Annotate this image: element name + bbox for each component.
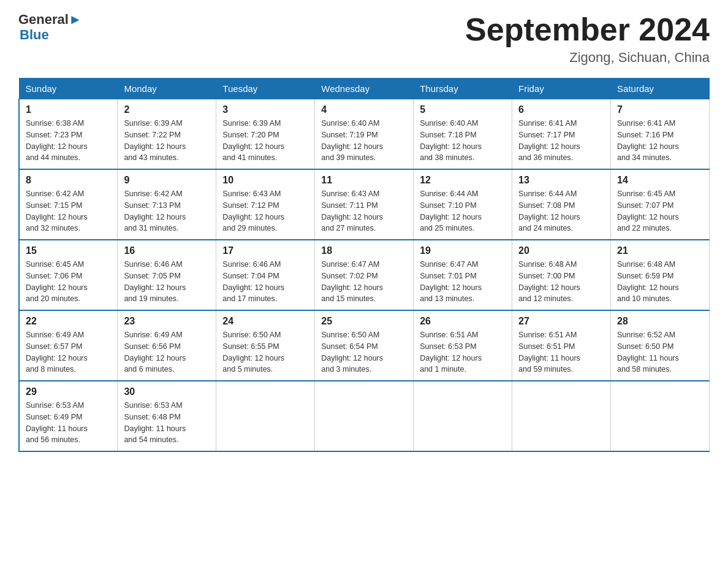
location: Zigong, Sichuan, China	[465, 50, 710, 66]
day-info: Sunrise: 6:44 AMSunset: 7:10 PMDaylight:…	[420, 188, 506, 234]
day-number: 1	[26, 104, 111, 115]
day-number: 14	[617, 175, 703, 186]
table-row	[611, 381, 710, 451]
day-number: 5	[420, 104, 506, 115]
day-number: 18	[321, 245, 407, 256]
day-number: 6	[518, 104, 604, 115]
logo: General► Blue	[18, 12, 82, 43]
month-title: September 2024	[465, 12, 710, 47]
table-row: 19 Sunrise: 6:47 AMSunset: 7:01 PMDaylig…	[414, 240, 512, 310]
day-info: Sunrise: 6:45 AMSunset: 7:06 PMDaylight:…	[26, 259, 111, 305]
day-number: 28	[617, 316, 703, 327]
table-row	[512, 381, 611, 451]
calendar-week-row: 8 Sunrise: 6:42 AMSunset: 7:15 PMDayligh…	[19, 169, 710, 240]
calendar-header-row: Sunday Monday Tuesday Wednesday Thursday…	[19, 79, 710, 99]
day-number: 16	[124, 245, 210, 256]
day-info: Sunrise: 6:48 AMSunset: 6:59 PMDaylight:…	[617, 259, 703, 305]
day-info: Sunrise: 6:38 AMSunset: 7:23 PMDaylight:…	[26, 118, 111, 164]
day-info: Sunrise: 6:53 AMSunset: 6:49 PMDaylight:…	[26, 400, 111, 446]
col-friday: Friday	[512, 79, 611, 99]
title-section: September 2024 Zigong, Sichuan, China	[465, 12, 710, 66]
day-info: Sunrise: 6:53 AMSunset: 6:48 PMDaylight:…	[124, 400, 210, 446]
day-info: Sunrise: 6:43 AMSunset: 7:11 PMDaylight:…	[321, 188, 407, 234]
day-number: 24	[222, 316, 308, 327]
day-info: Sunrise: 6:43 AMSunset: 7:12 PMDaylight:…	[222, 188, 308, 234]
table-row: 18 Sunrise: 6:47 AMSunset: 7:02 PMDaylig…	[315, 240, 414, 310]
day-number: 27	[518, 316, 604, 327]
day-info: Sunrise: 6:40 AMSunset: 7:18 PMDaylight:…	[420, 118, 506, 164]
day-info: Sunrise: 6:45 AMSunset: 7:07 PMDaylight:…	[617, 188, 703, 234]
table-row: 25 Sunrise: 6:50 AMSunset: 6:54 PMDaylig…	[315, 310, 414, 381]
day-info: Sunrise: 6:51 AMSunset: 6:53 PMDaylight:…	[420, 329, 506, 375]
logo-text: General►	[18, 12, 82, 27]
day-number: 11	[321, 175, 407, 186]
day-info: Sunrise: 6:40 AMSunset: 7:19 PMDaylight:…	[321, 118, 407, 164]
day-number: 10	[222, 175, 308, 186]
day-number: 12	[420, 175, 506, 186]
col-sunday: Sunday	[19, 79, 118, 99]
table-row: 14 Sunrise: 6:45 AMSunset: 7:07 PMDaylig…	[611, 169, 710, 240]
col-thursday: Thursday	[414, 79, 512, 99]
day-info: Sunrise: 6:41 AMSunset: 7:17 PMDaylight:…	[518, 118, 604, 164]
day-number: 8	[26, 175, 111, 186]
day-number: 3	[222, 104, 308, 115]
table-row: 3 Sunrise: 6:39 AMSunset: 7:20 PMDayligh…	[216, 99, 315, 170]
table-row: 8 Sunrise: 6:42 AMSunset: 7:15 PMDayligh…	[19, 169, 118, 240]
table-row: 2 Sunrise: 6:39 AMSunset: 7:22 PMDayligh…	[118, 99, 216, 170]
day-number: 17	[222, 245, 308, 256]
day-info: Sunrise: 6:47 AMSunset: 7:02 PMDaylight:…	[321, 259, 407, 305]
day-info: Sunrise: 6:50 AMSunset: 6:54 PMDaylight:…	[321, 329, 407, 375]
day-number: 26	[420, 316, 506, 327]
table-row: 1 Sunrise: 6:38 AMSunset: 7:23 PMDayligh…	[19, 99, 118, 170]
day-number: 19	[420, 245, 506, 256]
day-number: 25	[321, 316, 407, 327]
day-info: Sunrise: 6:50 AMSunset: 6:55 PMDaylight:…	[222, 329, 308, 375]
table-row: 22 Sunrise: 6:49 AMSunset: 6:57 PMDaylig…	[19, 310, 118, 381]
day-info: Sunrise: 6:44 AMSunset: 7:08 PMDaylight:…	[518, 188, 604, 234]
table-row: 23 Sunrise: 6:49 AMSunset: 6:56 PMDaylig…	[118, 310, 216, 381]
day-info: Sunrise: 6:42 AMSunset: 7:15 PMDaylight:…	[26, 188, 111, 234]
day-info: Sunrise: 6:52 AMSunset: 6:50 PMDaylight:…	[617, 329, 703, 375]
day-info: Sunrise: 6:51 AMSunset: 6:51 PMDaylight:…	[518, 329, 604, 375]
table-row: 13 Sunrise: 6:44 AMSunset: 7:08 PMDaylig…	[512, 169, 611, 240]
table-row: 16 Sunrise: 6:46 AMSunset: 7:05 PMDaylig…	[118, 240, 216, 310]
table-row: 21 Sunrise: 6:48 AMSunset: 6:59 PMDaylig…	[611, 240, 710, 310]
table-row	[216, 381, 315, 451]
day-info: Sunrise: 6:39 AMSunset: 7:20 PMDaylight:…	[222, 118, 308, 164]
calendar-week-row: 22 Sunrise: 6:49 AMSunset: 6:57 PMDaylig…	[19, 310, 710, 381]
day-info: Sunrise: 6:49 AMSunset: 6:57 PMDaylight:…	[26, 329, 111, 375]
day-info: Sunrise: 6:42 AMSunset: 7:13 PMDaylight:…	[124, 188, 210, 234]
table-row: 7 Sunrise: 6:41 AMSunset: 7:16 PMDayligh…	[611, 99, 710, 170]
table-row: 15 Sunrise: 6:45 AMSunset: 7:06 PMDaylig…	[19, 240, 118, 310]
table-row	[315, 381, 414, 451]
table-row: 6 Sunrise: 6:41 AMSunset: 7:17 PMDayligh…	[512, 99, 611, 170]
day-info: Sunrise: 6:39 AMSunset: 7:22 PMDaylight:…	[124, 118, 210, 164]
calendar-week-row: 29 Sunrise: 6:53 AMSunset: 6:49 PMDaylig…	[19, 381, 710, 451]
day-number: 15	[26, 245, 111, 256]
day-number: 2	[124, 104, 210, 115]
table-row: 27 Sunrise: 6:51 AMSunset: 6:51 PMDaylig…	[512, 310, 611, 381]
day-number: 9	[124, 175, 210, 186]
day-number: 23	[124, 316, 210, 327]
day-info: Sunrise: 6:41 AMSunset: 7:16 PMDaylight:…	[617, 118, 703, 164]
calendar-week-row: 15 Sunrise: 6:45 AMSunset: 7:06 PMDaylig…	[19, 240, 710, 310]
day-info: Sunrise: 6:46 AMSunset: 7:04 PMDaylight:…	[222, 259, 308, 305]
table-row: 30 Sunrise: 6:53 AMSunset: 6:48 PMDaylig…	[118, 381, 216, 451]
day-number: 22	[26, 316, 111, 327]
day-number: 4	[321, 104, 407, 115]
table-row: 10 Sunrise: 6:43 AMSunset: 7:12 PMDaylig…	[216, 169, 315, 240]
day-info: Sunrise: 6:46 AMSunset: 7:05 PMDaylight:…	[124, 259, 210, 305]
col-saturday: Saturday	[611, 79, 710, 99]
day-number: 13	[518, 175, 604, 186]
table-row: 11 Sunrise: 6:43 AMSunset: 7:11 PMDaylig…	[315, 169, 414, 240]
day-info: Sunrise: 6:48 AMSunset: 7:00 PMDaylight:…	[518, 259, 604, 305]
col-monday: Monday	[118, 79, 216, 99]
day-number: 29	[26, 386, 111, 397]
page-header: General► Blue September 2024 Zigong, Sic…	[18, 12, 710, 66]
day-number: 20	[518, 245, 604, 256]
day-info: Sunrise: 6:47 AMSunset: 7:01 PMDaylight:…	[420, 259, 506, 305]
table-row: 12 Sunrise: 6:44 AMSunset: 7:10 PMDaylig…	[414, 169, 512, 240]
day-number: 7	[617, 104, 703, 115]
day-info: Sunrise: 6:49 AMSunset: 6:56 PMDaylight:…	[124, 329, 210, 375]
table-row: 28 Sunrise: 6:52 AMSunset: 6:50 PMDaylig…	[611, 310, 710, 381]
